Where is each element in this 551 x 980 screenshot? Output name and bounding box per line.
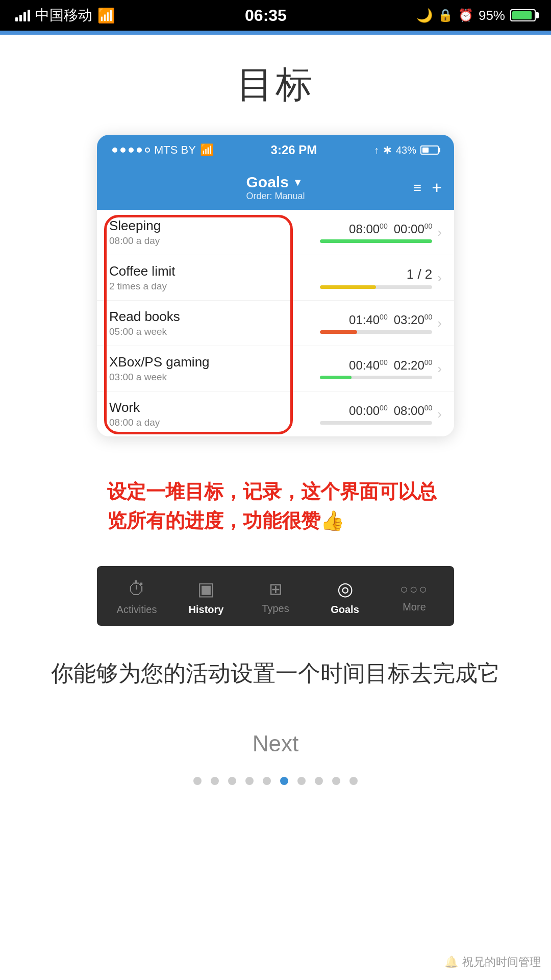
mockup-nav-bar: Goals ▼ Order: Manual ≡ + <box>97 165 454 210</box>
goal-right-work: 00:0000 08:0000 <box>293 404 432 425</box>
pagination-dots <box>193 777 358 785</box>
mock-dot-1 <box>112 148 117 153</box>
battery-fill <box>512 11 532 19</box>
tab-history[interactable]: ▣ History <box>183 578 229 616</box>
mock-dot-3 <box>129 148 134 153</box>
mock-signal <box>112 148 150 153</box>
mock-dot-4 <box>137 148 142 153</box>
goal-sub-gaming: 03:00 a week <box>109 372 293 383</box>
tab-more-label: More <box>403 601 426 613</box>
mock-battery-icon <box>420 145 439 155</box>
watermark: 🔔 祝兄的时间管理 <box>444 954 541 970</box>
dot-4 <box>245 777 254 785</box>
tab-types[interactable]: ⊞ Types <box>253 579 298 615</box>
description-text: 你能够为您的活动设置一个时间目标去完成它 <box>20 656 531 690</box>
add-icon: + <box>432 178 442 198</box>
goal-times-books: 01:4000 03:2000 <box>349 313 432 327</box>
goal-right-coffee: 1 / 2 <box>293 266 432 289</box>
mock-time: 3:26 PM <box>271 143 317 157</box>
wifi-icon: 📶 <box>97 7 115 24</box>
dot-2 <box>211 777 219 785</box>
status-bar: 中国移动 📶 06:35 🌙 🔒 ⏰ 95% <box>0 0 551 31</box>
goal-progress-bar-work <box>320 421 432 425</box>
mockup-status-bar: MTS BY 📶 3:26 PM ↑ ✱ 43% <box>97 135 454 165</box>
dot-5 <box>263 777 271 785</box>
tab-goals-label: Goals <box>331 604 359 616</box>
accent-bar <box>0 31 551 35</box>
mock-bluetooth-icon: ✱ <box>383 144 392 156</box>
page-title: 目标 <box>237 60 314 109</box>
tab-types-label: Types <box>262 603 289 615</box>
history-icon: ▣ <box>197 578 215 600</box>
carrier-label: 中国移动 <box>35 6 92 25</box>
status-right: 🌙 🔒 ⏰ 95% <box>416 8 536 23</box>
watermark-icon: 🔔 <box>444 955 458 969</box>
goal-name-work: Work <box>109 400 293 415</box>
tab-goals[interactable]: ◎ Goals <box>322 578 368 616</box>
next-button[interactable]: Next <box>253 731 298 756</box>
mock-battery-fill <box>422 148 429 153</box>
dot-8 <box>315 777 323 785</box>
goal-row-coffee[interactable]: Coffee limit 2 times a day 1 / 2 › <box>97 255 454 301</box>
mock-arrow-icon: ↑ <box>374 144 379 156</box>
goal-progress-bar-books <box>320 330 432 334</box>
mockup-status-right: ↑ ✱ 43% <box>374 144 439 156</box>
goal-left-books: Read books 05:00 a week <box>109 309 293 337</box>
dropdown-icon: ▼ <box>293 177 303 188</box>
goal-name-gaming: XBox/PS gaming <box>109 354 293 370</box>
goal-progress-fill-books <box>320 330 357 334</box>
goal-left-gaming: XBox/PS gaming 03:00 a week <box>109 354 293 383</box>
mockup-nav-title: Goals ▼ <box>246 174 305 191</box>
goal-sub-sleeping: 08:00 a day <box>109 235 293 247</box>
mockup-nav-icons: ≡ + <box>413 178 442 198</box>
goal-left-sleeping: Sleeping 08:00 a day <box>109 218 293 247</box>
moon-icon: 🌙 <box>416 8 433 23</box>
goal-sub-work: 08:00 a day <box>109 417 293 428</box>
goal-right-sleeping: 08:0000 00:0000 <box>293 222 432 243</box>
goal-fraction-coffee: 1 / 2 <box>407 266 433 282</box>
battery-icon <box>510 9 536 21</box>
goal-row-books[interactable]: Read books 05:00 a week 01:4000 03:2000 <box>97 301 454 346</box>
goal-right-gaming: 00:4000 02:2000 <box>293 358 432 379</box>
goal-sub-books: 05:00 a week <box>109 326 293 337</box>
alarm-icon: ⏰ <box>458 8 473 22</box>
mock-dot-2 <box>120 148 126 153</box>
goal-row-sleeping[interactable]: Sleeping 08:00 a day 08:0000 00:0000 <box>97 210 454 255</box>
lock-icon: 🔒 <box>438 8 453 22</box>
goal-times-gaming: 00:4000 02:2000 <box>349 358 432 373</box>
goal-row-gaming[interactable]: XBox/PS gaming 03:00 a week 00:4000 02:2… <box>97 346 454 391</box>
goal-sub-coffee: 2 times a day <box>109 281 293 292</box>
tab-more[interactable]: ○○○ More <box>391 581 437 613</box>
chevron-gaming: › <box>437 361 442 377</box>
goals-list: Sleeping 08:00 a day 08:0000 00:0000 <box>97 210 454 436</box>
phone-mockup: MTS BY 📶 3:26 PM ↑ ✱ 43% Goals ▼ Order: … <box>97 135 454 436</box>
goal-progress-fill-gaming <box>320 376 352 379</box>
dot-7 <box>297 777 306 785</box>
status-left: 中国移动 📶 <box>15 6 115 25</box>
goal-name-books: Read books <box>109 309 293 325</box>
goal-times-sleeping: 08:0000 00:0000 <box>349 222 432 236</box>
signal-icon <box>15 10 30 21</box>
mock-battery-pct: 43% <box>396 144 416 156</box>
goal-progress-fill-coffee <box>320 285 376 289</box>
goals-list-container: Sleeping 08:00 a day 08:0000 00:0000 <box>97 210 454 436</box>
main-content: 目标 MTS BY 📶 3:26 PM ↑ ✱ 43% <box>0 35 551 980</box>
chevron-coffee: › <box>437 270 442 286</box>
goal-progress-bar-sleeping <box>320 239 432 243</box>
tab-bar-mockup: ⏱ Activities ▣ History ⊞ Types ◎ Goals ○… <box>97 566 454 626</box>
tab-activities-label: Activities <box>117 604 157 616</box>
types-icon: ⊞ <box>269 579 283 599</box>
chevron-sleeping: › <box>437 225 442 240</box>
goal-progress-bar-gaming <box>320 376 432 379</box>
filter-icon: ≡ <box>413 180 421 196</box>
dot-1 <box>193 777 202 785</box>
goal-progress-fill-sleeping <box>320 239 432 243</box>
watermark-text: 祝兄的时间管理 <box>462 954 541 970</box>
tab-activities[interactable]: ⏱ Activities <box>114 578 160 616</box>
goal-row-work[interactable]: Work 08:00 a day 00:0000 08:0000 <box>97 391 454 436</box>
goal-progress-bar-coffee <box>320 285 432 289</box>
dot-10 <box>349 777 358 785</box>
activities-icon: ⏱ <box>128 578 146 600</box>
tab-history-label: History <box>189 604 224 616</box>
goal-name-coffee: Coffee limit <box>109 263 293 279</box>
